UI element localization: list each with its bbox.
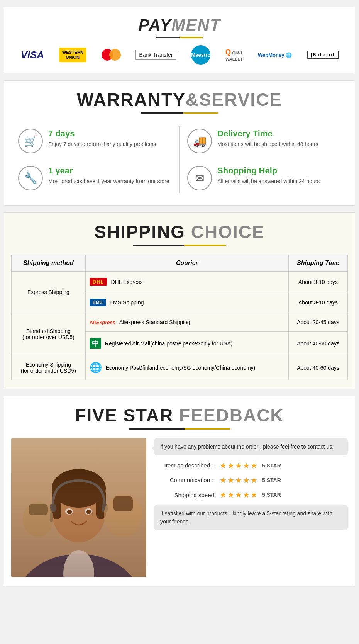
payment-title: PAYMENT [11, 16, 348, 34]
email-icon: ✉ [187, 166, 212, 190]
warranty-delivery-text: Delivery Time Most items will be shipped… [217, 129, 318, 148]
maestro-logo: Maestro [191, 45, 210, 65]
table-row-economy: Economy Shipping(for order under USD5) 🌐… [12, 355, 348, 380]
warranty-item-7days: 🛒 7 days Enjoy 7 days to return if any q… [11, 122, 179, 160]
rating-row-described: Item as described： ★★★★★ 5 STAR [154, 461, 348, 470]
un-logo: 🌐 [90, 362, 102, 374]
warranty-title-part2: &SERVICE [186, 90, 282, 110]
shipping-table-header-row: Shipping method Courier Shipping Time [12, 255, 348, 272]
ems-courier-cell: EMS EMS Shipping [85, 292, 288, 313]
standard-shipping-method: Standard Shipping(for order over USD5) [12, 313, 86, 355]
warranty-7days-highlight: 7 days [48, 129, 156, 139]
rating-shipping-label: Shipping speed: [154, 492, 216, 498]
boletol-logo: |Boletol [307, 51, 339, 59]
warranty-item-1year: 🔧 1 year Most products have 1 year warra… [11, 160, 179, 197]
cn-post-courier-cell: 中 Registered Air Mail(china post/e packe… [85, 332, 288, 355]
warranty-1year-desc: Most products have 1 year warranty from … [48, 177, 169, 185]
shipping-title-black: SHIPPING [94, 222, 191, 242]
rating-described-label: Item as described： [154, 462, 216, 469]
ems-time: About 3-10 days [289, 292, 348, 313]
feedback-title-gray: FEEDBACK [179, 405, 284, 425]
payment-underline [156, 37, 203, 38]
cart-icon: 🛒 [18, 129, 43, 153]
feedback-content: if you have any problems about the order… [154, 438, 348, 577]
ali-time: About 20-45 days [289, 313, 348, 332]
ali-courier-cell: AliExpress Aliexpress Standard Shipping [85, 313, 288, 332]
warranty-7days-text: 7 days Enjoy 7 days to return if any qua… [48, 129, 156, 148]
person-face-overlay [11, 438, 146, 577]
feedback-layout: if you have any problems about the order… [11, 438, 348, 577]
rating-communication-stars: ★★★★★ [220, 476, 258, 485]
economy-courier-cell: 🌐 Economy Post(finland economy/SG econom… [85, 355, 288, 380]
feedback-title: FIVE STAR FEEDBACK [11, 405, 348, 426]
cn-post-name: Registered Air Mail(china post/e packet-… [105, 340, 233, 347]
feedback-title-black: FIVE STAR [75, 405, 179, 425]
speech-bubble-1-text: if you have any problems about the order… [160, 443, 334, 450]
feedback-photo [11, 438, 146, 577]
bank-transfer-logo: Bank Transfer [135, 50, 176, 60]
speech-bubble-1: if you have any problems about the order… [154, 438, 348, 455]
truck-icon: 🚚 [187, 129, 212, 153]
payment-title-part1: PAY [138, 16, 171, 34]
rating-described-value: 5 STAR [262, 462, 281, 469]
warranty-title-part1: WARRANTY [77, 90, 186, 110]
dhl-name: DHL Express [111, 279, 142, 285]
mastercard-circle-yellow [109, 49, 121, 61]
shipping-title: SHIPPING CHOICE [11, 221, 348, 242]
warranty-section: WARRANTY&SERVICE 🛒 7 days Enjoy 7 days t… [4, 80, 355, 206]
shipping-table: Shipping method Courier Shipping Time Ex… [11, 255, 348, 380]
qiwi-logo: Q QIWIWALLET [225, 48, 243, 62]
webmoney-logo: WebMoney 🌐 [258, 52, 292, 58]
warranty-right-col: 🚚 Delivery Time Most items will be shipp… [180, 122, 348, 197]
payment-section: PAYMENT VISA WESTERNUNION Bank Transfer … [4, 7, 355, 73]
rating-shipping-value: 5 STAR [262, 492, 281, 498]
warranty-item-help: ✉ Shopping Help All emails will be answe… [180, 160, 348, 197]
warranty-underline [141, 112, 218, 114]
feedback-underline [129, 428, 230, 430]
shipping-section: SHIPPING CHOICE Shipping method Courier … [4, 212, 355, 389]
rating-described-stars: ★★★★★ [220, 461, 258, 470]
cn-post-logo: 中 [90, 338, 101, 349]
warranty-delivery-desc: Most items will be shipped within 48 hou… [217, 140, 318, 148]
cn-post-time: About 40-60 days [289, 332, 348, 355]
warranty-help-highlight: Shopping Help [217, 166, 320, 176]
warranty-grid: 🛒 7 days Enjoy 7 days to return if any q… [11, 122, 348, 197]
speech-bubble-2-text: If satisfied with our products，kindly le… [160, 510, 332, 525]
mastercard-logo [102, 49, 121, 61]
ali-name: Aliexpress Standard Shipping [119, 319, 190, 325]
dhl-courier-cell: DHL DHL Express [85, 272, 288, 292]
ems-logo: EMS [90, 299, 106, 306]
warranty-7days-desc: Enjoy 7 days to return if any quality pr… [48, 140, 156, 148]
col-method: Shipping method [12, 255, 86, 272]
express-shipping-method: Express Shipping [12, 272, 86, 313]
aliexpress-logo: AliExpress [90, 319, 115, 325]
warranty-help-desc: All emails will be answered within 24 ho… [217, 177, 320, 185]
visa-logo: VISA [20, 49, 44, 61]
feedback-section: FIVE STAR FEEDBACK [4, 396, 355, 586]
rating-communication-value: 5 STAR [262, 477, 281, 483]
warranty-delivery-highlight: Delivery Time [217, 129, 318, 139]
payment-logos: VISA WESTERNUNION Bank Transfer Maestro … [11, 45, 348, 65]
warranty-1year-highlight: 1 year [48, 166, 169, 176]
economy-name: Economy Post(finland economy/SG economy/… [106, 365, 256, 371]
rating-row-communication: Communication： ★★★★★ 5 STAR [154, 476, 348, 485]
rating-shipping-stars: ★★★★★ [220, 490, 258, 500]
ems-name: EMS Shipping [110, 299, 144, 306]
rating-row-shipping: Shipping speed: ★★★★★ 5 STAR [154, 490, 348, 500]
table-row-dhl: Express Shipping DHL DHL Express About 3… [12, 272, 348, 292]
economy-shipping-method: Economy Shipping(for order under USD5) [12, 355, 86, 380]
dhl-logo: DHL [90, 278, 107, 286]
economy-time: About 40-60 days [289, 355, 348, 380]
shipping-title-gray: CHOICE [191, 222, 265, 242]
western-union-logo: WESTERNUNION [59, 48, 86, 62]
speech-bubble-2: If satisfied with our products，kindly le… [154, 505, 348, 530]
col-courier: Courier [85, 255, 288, 272]
warranty-help-text: Shopping Help All emails will be answere… [217, 166, 320, 185]
shipping-underline [133, 245, 226, 246]
warranty-1year-text: 1 year Most products have 1 year warrant… [48, 166, 169, 185]
table-row-aliexpress: Standard Shipping(for order over USD5) A… [12, 313, 348, 332]
dhl-time: About 3-10 days [289, 272, 348, 292]
warranty-item-delivery: 🚚 Delivery Time Most items will be shipp… [180, 122, 348, 160]
rating-communication-label: Communication： [154, 477, 216, 484]
warranty-left-col: 🛒 7 days Enjoy 7 days to return if any q… [11, 122, 179, 197]
